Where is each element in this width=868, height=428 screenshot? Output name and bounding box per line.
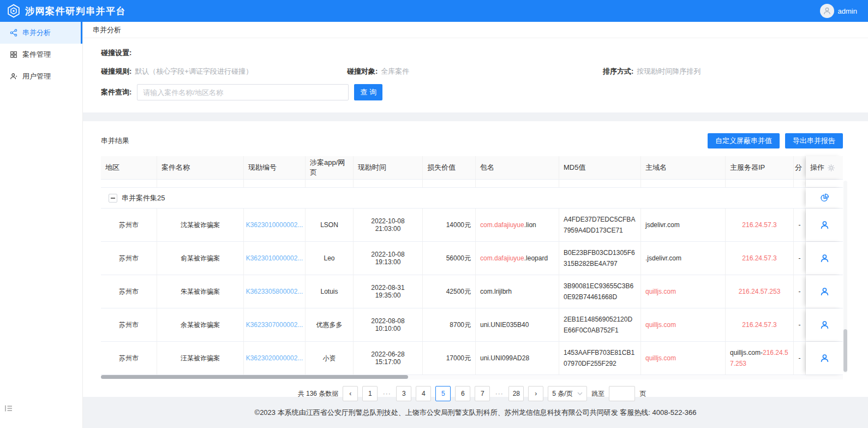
sidebar-item-user-management[interactable]: 用户管理 <box>0 66 82 87</box>
column-header-case-name: 案件名称 <box>157 156 244 179</box>
cell-package: uni.UNI099AD28 <box>476 342 559 374</box>
tab-merge-analysis[interactable]: 串并分析 <box>93 25 121 35</box>
page-button-6[interactable]: 6 <box>455 386 470 401</box>
merge-group-row: 串并案件集25 <box>101 188 843 209</box>
page-button-28[interactable]: 28 <box>508 386 524 401</box>
cell-survey-time: 2022-10-08 19:13:00 <box>354 242 423 275</box>
collapse-sidebar-button[interactable] <box>4 405 13 414</box>
query-button[interactable]: 查 询 <box>354 84 382 100</box>
suspect-person-icon[interactable] <box>820 254 829 263</box>
merge-group-label: 串并案件集25 <box>122 193 165 203</box>
cell-md5: 3B90081EC93655C3B60E92B74461668D <box>559 275 641 308</box>
prev-page-button[interactable]: ‹ <box>343 386 358 401</box>
sort-mode-label: 排序方式: <box>603 67 633 76</box>
cell-extra: - <box>794 342 806 374</box>
vertical-scrollbar-thumb[interactable] <box>843 329 847 372</box>
page-button-4[interactable]: 4 <box>416 386 431 401</box>
suspect-person-icon[interactable] <box>820 354 829 363</box>
cell-case-name: 沈某被诈骗案 <box>157 209 244 241</box>
jump-page-input[interactable] <box>609 386 635 401</box>
survey-no-link[interactable]: K3623010000002... <box>246 221 303 229</box>
page-button-1[interactable]: 1 <box>362 386 378 401</box>
vertical-scrollbar <box>843 181 847 373</box>
survey-no-link[interactable]: K3623020000002... <box>246 354 303 362</box>
cell-case-name: 朱某被诈骗案 <box>157 275 244 308</box>
cell-domain: jsdelivr.com <box>641 209 726 241</box>
survey-no-link[interactable]: K3623010000002... <box>246 254 303 262</box>
cell-server-ip: 216.24.57.3 <box>726 209 794 241</box>
custom-mask-merge-value-button[interactable]: 自定义屏蔽串并值 <box>708 133 780 148</box>
cell-loss: 14000元 <box>423 209 476 241</box>
cell-md5: A4FDE37D7EDC5CFBA7959A4DD173CE71 <box>559 209 641 241</box>
avatar-icon <box>820 4 834 18</box>
cell-loss: 17000元 <box>423 342 476 374</box>
column-header-clipped: 分 <box>794 156 806 179</box>
page-button-7[interactable]: 7 <box>475 386 490 401</box>
content-area: 串并分析 碰撞设置: 碰撞规则: 默认（核心字段+调证字段进行碰撞） 碰撞对象:… <box>83 22 868 428</box>
column-header-server-ip: 主服务器IP <box>726 156 794 179</box>
export-merge-report-button[interactable]: 导出串并报告 <box>785 133 843 148</box>
sidebar-item-label: 用户管理 <box>22 72 51 81</box>
cell-extra: - <box>794 209 806 241</box>
column-header-package: 包名 <box>476 156 559 179</box>
copyright-text: ©2023 本系统由江西省公安厅刑警总队刑技处、上饶市公安局刑警支队刑科所、苏州… <box>255 408 697 418</box>
merge-results-panel: 串并结果 自定义屏蔽串并值 导出串并报告 地区 案件名称 现勘编号 涉案app/… <box>83 121 868 397</box>
cell-loss: 56000元 <box>423 242 476 275</box>
sidebar-item-merge-analysis[interactable]: 串并分析 <box>0 22 82 44</box>
survey-no-link[interactable]: K3623305800002... <box>246 288 303 295</box>
username: admin <box>838 7 857 15</box>
group-chart-icon[interactable] <box>820 193 829 203</box>
page-button-5[interactable]: 5 <box>435 386 451 401</box>
next-page-button[interactable]: › <box>528 386 543 401</box>
cell-domain: quilljs.com <box>641 342 726 374</box>
page-size-value: 5 条/页 <box>552 389 572 399</box>
cell-region: 苏州市 <box>101 342 157 374</box>
sidebar-item-case-management[interactable]: 案件管理 <box>0 44 82 66</box>
collision-rule-label: 碰撞规则: <box>101 67 131 76</box>
table-row: 苏州市 俞某被诈骗案 K3623010000002... Leo 2022-10… <box>101 242 843 275</box>
cell-app: 小资 <box>306 342 354 374</box>
pagination-ellipsis: ··· <box>382 390 392 397</box>
survey-no-link[interactable]: K3623307000002... <box>246 321 303 329</box>
column-header-actions: 操作 <box>806 156 843 179</box>
suspect-person-icon[interactable] <box>820 320 829 330</box>
jump-to-label: 跳至 <box>591 389 604 399</box>
sidebar-item-label: 案件管理 <box>22 50 51 60</box>
cell-md5: B0E23BFB03CD1305F6315B282BE4A797 <box>559 242 641 275</box>
grid-icon <box>10 51 17 58</box>
cell-server-ip: 216.24.57.3 <box>726 242 794 275</box>
cell-case-name: 俞某被诈骗案 <box>157 242 244 275</box>
column-settings-gear-icon[interactable] <box>828 164 835 171</box>
cell-region: 苏州市 <box>101 275 157 308</box>
collapse-group-button[interactable] <box>109 194 117 203</box>
app-window: 涉网案件研判串并平台 admin 串并分析 <box>0 0 868 428</box>
app-header: 涉网案件研判串并平台 admin <box>0 0 868 22</box>
jump-page-suffix: 页 <box>639 389 646 399</box>
page-size-select[interactable]: 5 条/页 <box>548 386 587 401</box>
case-query-input[interactable] <box>137 84 349 100</box>
column-header-md5: MD5值 <box>559 156 641 179</box>
cell-server-ip: 216.24.57.3 <box>726 308 794 341</box>
suspect-person-icon[interactable] <box>820 221 829 230</box>
horizontal-scrollbar-thumb[interactable] <box>101 375 408 379</box>
cell-case-name: 余某被诈骗案 <box>157 308 244 341</box>
table-body: 苏州市 沈某被诈骗案 K3623010000002... LSON 2022-1… <box>101 209 843 375</box>
cell-survey-time: 2022-08-08 10:10:00 <box>354 308 423 341</box>
suspect-person-icon[interactable] <box>820 287 829 296</box>
cell-region: 苏州市 <box>101 308 157 341</box>
cell-actions <box>806 209 843 241</box>
page-button-3[interactable]: 3 <box>396 386 411 401</box>
collision-rule-value: 默认（核心字段+调证字段进行碰撞） <box>135 67 253 76</box>
table-row: 苏州市 余某被诈骗案 K3623307000002... 优惠多多 2022-0… <box>101 308 843 342</box>
cell-loss: 42500元 <box>423 275 476 308</box>
results-table: 地区 案件名称 现勘编号 涉案app/网页 现勘时间 损失价值 包名 MD5值 … <box>101 156 843 375</box>
cell-actions <box>806 342 843 374</box>
case-query-label: 案件查询: <box>101 87 131 97</box>
cell-extra: - <box>794 242 806 275</box>
column-header-app: 涉案app/网页 <box>306 156 354 179</box>
column-header-loss: 损失价值 <box>423 156 476 179</box>
app-title: 涉网案件研判串并平台 <box>25 5 126 17</box>
cell-domain: quilljs.com <box>641 308 726 341</box>
collision-settings-title: 碰撞设置: <box>101 48 843 58</box>
user-menu[interactable]: admin <box>820 4 857 18</box>
